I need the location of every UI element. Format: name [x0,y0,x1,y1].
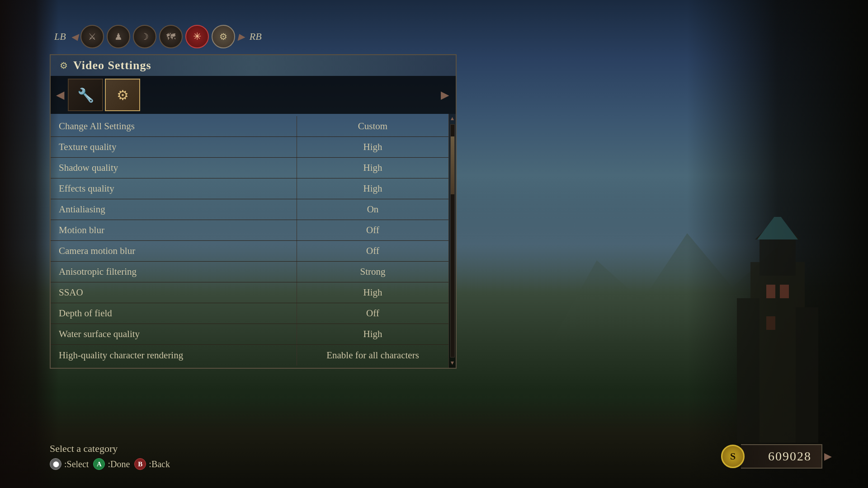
scroll-up-arrow[interactable]: ▲ [450,114,455,123]
setting-name-ssao: SSAO [51,282,297,303]
setting-name-change-all: Change All Settings [51,116,297,136]
setting-row-character[interactable]: High-quality character rendering Enable … [51,345,448,366]
main-panel: ⚙ Video Settings ◀ 🔧 ⚙ ▶ ▲ ▼ Change A [50,54,457,369]
tab-strip: ◀ 🔧 ⚙ ▶ [50,76,457,114]
setting-row-camera-blur[interactable]: Camera motion blur Off [51,241,448,262]
setting-row-texture[interactable]: Texture quality High [51,137,448,158]
bottom-bar: Select a category ⬤ :Select A :Done B :B… [50,443,832,470]
top-navigation: LB ◀ ⚔ ♟ ☽ 🗺 ✳ ⚙ ▶ RB [50,25,266,48]
btn-back: B [134,458,146,470]
setting-row-motion-blur[interactable]: Motion blur Off [51,220,448,241]
tab-video-settings[interactable]: ⚙ [105,79,140,111]
status-text: Select a category [50,443,170,455]
scrollbar-thumb [451,136,454,195]
setting-value-effects: High [297,178,448,199]
tab-display[interactable]: 🔧 [68,79,103,111]
tab-video-icon: ⚙ [117,87,129,103]
setting-value-motion-blur: Off [297,220,448,240]
setting-value-character: Enable for all characters [297,345,448,366]
setting-value-ssao: High [297,282,448,303]
scrollbar[interactable]: ▲ ▼ [448,114,456,368]
setting-name-water: Water surface quality [51,324,297,344]
title-bar: ⚙ Video Settings [50,54,457,76]
setting-value-texture: High [297,137,448,157]
currency-arrow: ▶ [824,450,832,462]
setting-row-shadow[interactable]: Shadow quality High [51,158,448,178]
setting-value-change-all: Custom [297,116,448,136]
setting-row-dof[interactable]: Depth of field Off [51,303,448,324]
svg-marker-9 [757,217,798,239]
svg-rect-4 [796,307,818,443]
currency-icon: S [721,445,745,468]
castle-silhouette [714,217,841,443]
nav-icon-gear[interactable]: ⚙ [212,25,235,48]
nav-arrow-left: ◀ [71,31,78,42]
setting-row-anisotropic[interactable]: Anisotropic filtering Strong [51,262,448,282]
currency-amount: 609028 [741,444,822,469]
svg-rect-5 [766,285,775,298]
setting-name-motion-blur: Motion blur [51,220,297,240]
nav-icon-flame[interactable]: ✳ [185,25,209,48]
nav-arrow-right: ▶ [238,31,245,42]
setting-row-effects[interactable]: Effects quality High [51,178,448,199]
tab-next-arrow[interactable]: ▶ [441,89,449,101]
svg-rect-6 [780,285,789,298]
nav-icon-figure[interactable]: ♟ [107,25,130,48]
hint-done-label: :Done [108,459,130,469]
setting-name-texture: Texture quality [51,137,297,157]
svg-rect-7 [766,316,775,330]
setting-value-anisotropic: Strong [297,262,448,282]
hint-select-label: :Select [64,459,89,469]
hint-back-label: :Back [149,459,170,469]
setting-name-effects: Effects quality [51,178,297,199]
setting-value-shadow: High [297,158,448,178]
currency-display: S 609028 ▶ [721,444,832,469]
settings-list: Change All Settings Custom Texture quali… [51,114,448,368]
setting-name-character: High-quality character rendering [51,345,297,366]
lb-label: LB [54,31,66,42]
setting-name-shadow: Shadow quality [51,158,297,178]
setting-row-change-all[interactable]: Change All Settings Custom [51,116,448,137]
nav-icon-scroll[interactable]: 🗺 [159,25,183,48]
setting-row-antialiasing[interactable]: Antialiasing On [51,199,448,220]
setting-name-dof: Depth of field [51,303,297,324]
scroll-down-arrow[interactable]: ▼ [450,358,455,368]
scrollbar-track [450,124,455,357]
tab-display-icon: 🔧 [77,87,94,103]
control-hints: ⬤ :Select A :Done B :Back [50,458,170,470]
setting-value-antialiasing: On [297,199,448,220]
setting-value-dof: Off [297,303,448,324]
btn-select: ⬤ [50,458,61,470]
setting-name-antialiasing: Antialiasing [51,199,297,220]
setting-value-water: High [297,324,448,344]
controls-area: Select a category ⬤ :Select A :Done B :B… [50,443,170,470]
title-icon: ⚙ [60,60,68,71]
setting-row-water[interactable]: Water surface quality High [51,324,448,345]
panel-title: Video Settings [73,59,151,72]
btn-done: A [93,458,105,470]
nav-icon-face[interactable]: ☽ [133,25,156,48]
svg-rect-1 [760,239,796,276]
svg-rect-3 [737,298,760,443]
nav-icon-sword[interactable]: ⚔ [80,25,104,48]
setting-value-camera-blur: Off [297,241,448,261]
rb-label: RB [250,31,262,42]
settings-container: ▲ ▼ Change All Settings Custom Texture q… [50,114,457,369]
tab-prev-arrow[interactable]: ◀ [56,89,64,101]
setting-name-anisotropic: Anisotropic filtering [51,262,297,282]
setting-name-camera-blur: Camera motion blur [51,241,297,261]
setting-row-ssao[interactable]: SSAO High [51,282,448,303]
